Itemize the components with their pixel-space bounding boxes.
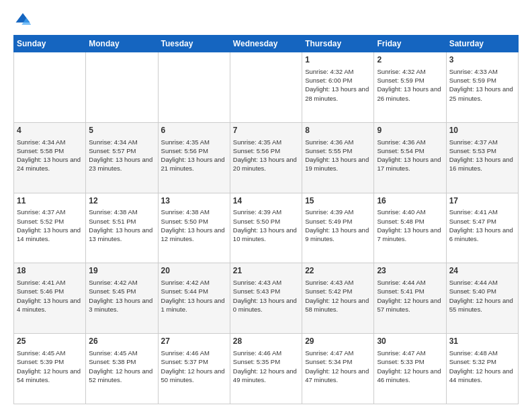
day-number: 29 xyxy=(305,336,371,347)
sunset: Sunset: 5:48 PM xyxy=(377,218,424,225)
daylight: Daylight: 13 hours and 14 minutes. xyxy=(17,226,81,242)
calendar-cell: 31Sunrise: 4:48 AMSunset: 5:32 PMDayligh… xyxy=(446,334,518,404)
calendar-cell: 25Sunrise: 4:45 AMSunset: 5:39 PMDayligh… xyxy=(14,334,86,404)
daylight: Daylight: 13 hours and 16 minutes. xyxy=(449,156,513,172)
sunset: Sunset: 5:44 PM xyxy=(161,287,208,295)
daylight: Daylight: 12 hours and 44 minutes. xyxy=(449,367,513,383)
day-number: 15 xyxy=(305,195,371,207)
day-number: 27 xyxy=(161,336,227,347)
col-saturday: Saturday xyxy=(446,36,518,52)
daylight: Daylight: 12 hours and 47 minutes. xyxy=(305,367,369,383)
sunset: Sunset: 5:34 PM xyxy=(305,358,352,365)
daylight: Daylight: 12 hours and 46 minutes. xyxy=(377,367,441,383)
calendar-cell: 17Sunrise: 4:41 AMSunset: 5:47 PMDayligh… xyxy=(446,193,518,263)
calendar-cell: 18Sunrise: 4:41 AMSunset: 5:46 PMDayligh… xyxy=(14,263,86,334)
week-row-4: 25Sunrise: 4:45 AMSunset: 5:39 PMDayligh… xyxy=(14,334,519,404)
calendar-cell xyxy=(158,52,230,123)
daylight: Daylight: 13 hours and 28 minutes. xyxy=(305,85,369,101)
sunrise: Sunrise: 4:37 AM xyxy=(449,138,498,146)
calendar-cell xyxy=(86,52,158,123)
calendar-cell: 1Sunrise: 4:32 AMSunset: 6:00 PMDaylight… xyxy=(302,52,374,123)
sunset: Sunset: 5:37 PM xyxy=(161,358,208,365)
calendar-cell: 7Sunrise: 4:35 AMSunset: 5:56 PMDaylight… xyxy=(230,122,302,193)
daylight: Daylight: 13 hours and 12 minutes. xyxy=(161,226,225,242)
sunrise: Sunrise: 4:48 AM xyxy=(449,349,498,357)
sunrise: Sunrise: 4:37 AM xyxy=(17,208,65,216)
calendar-cell: 2Sunrise: 4:32 AMSunset: 5:59 PMDaylight… xyxy=(374,52,446,123)
sunrise: Sunrise: 4:38 AM xyxy=(161,208,210,216)
sunrise: Sunrise: 4:40 AM xyxy=(377,208,425,216)
day-number: 24 xyxy=(449,265,515,277)
daylight: Daylight: 13 hours and 24 minutes. xyxy=(17,156,81,172)
sunset: Sunset: 5:54 PM xyxy=(377,147,424,154)
sunrise: Sunrise: 4:45 AM xyxy=(17,349,65,357)
day-number: 1 xyxy=(305,54,371,66)
sunset: Sunset: 5:59 PM xyxy=(377,77,424,84)
week-row-2: 11Sunrise: 4:37 AMSunset: 5:52 PMDayligh… xyxy=(14,193,519,263)
day-number: 16 xyxy=(377,195,443,207)
daylight: Daylight: 13 hours and 19 minutes. xyxy=(305,156,369,172)
sunset: Sunset: 5:56 PM xyxy=(233,147,280,154)
daylight: Daylight: 12 hours and 50 minutes. xyxy=(161,367,225,383)
calendar-cell: 30Sunrise: 4:47 AMSunset: 5:33 PMDayligh… xyxy=(374,334,446,404)
calendar-cell: 24Sunrise: 4:44 AMSunset: 5:40 PMDayligh… xyxy=(446,263,518,334)
sunrise: Sunrise: 4:32 AM xyxy=(305,68,353,75)
sunset: Sunset: 6:00 PM xyxy=(305,77,352,84)
sunrise: Sunrise: 4:41 AM xyxy=(449,208,498,216)
week-row-3: 18Sunrise: 4:41 AMSunset: 5:46 PMDayligh… xyxy=(14,263,519,334)
day-number: 12 xyxy=(89,195,154,207)
daylight: Daylight: 12 hours and 49 minutes. xyxy=(233,367,297,383)
day-number: 31 xyxy=(449,336,515,347)
sunrise: Sunrise: 4:34 AM xyxy=(17,138,65,146)
sunrise: Sunrise: 4:46 AM xyxy=(233,349,281,357)
sunset: Sunset: 5:49 PM xyxy=(305,218,352,225)
daylight: Daylight: 13 hours and 10 minutes. xyxy=(233,226,297,242)
sunrise: Sunrise: 4:42 AM xyxy=(89,279,137,286)
sunset: Sunset: 5:53 PM xyxy=(449,147,496,154)
sunrise: Sunrise: 4:36 AM xyxy=(377,138,425,146)
daylight: Daylight: 13 hours and 6 minutes. xyxy=(449,226,513,242)
sunrise: Sunrise: 4:36 AM xyxy=(305,138,353,146)
calendar-cell: 29Sunrise: 4:47 AMSunset: 5:34 PMDayligh… xyxy=(302,334,374,404)
sunset: Sunset: 5:38 PM xyxy=(89,358,136,365)
calendar-cell: 26Sunrise: 4:45 AMSunset: 5:38 PMDayligh… xyxy=(86,334,158,404)
sunrise: Sunrise: 4:46 AM xyxy=(161,349,210,357)
calendar-cell: 13Sunrise: 4:38 AMSunset: 5:50 PMDayligh… xyxy=(158,193,230,263)
day-number: 10 xyxy=(449,125,515,136)
calendar-cell: 3Sunrise: 4:33 AMSunset: 5:59 PMDaylight… xyxy=(446,52,518,123)
col-monday: Monday xyxy=(86,36,158,52)
sunrise: Sunrise: 4:47 AM xyxy=(305,349,353,357)
sunset: Sunset: 5:50 PM xyxy=(161,218,208,225)
sunrise: Sunrise: 4:44 AM xyxy=(449,279,498,286)
sunrise: Sunrise: 4:41 AM xyxy=(17,279,65,286)
sunrise: Sunrise: 4:44 AM xyxy=(377,279,425,286)
sunrise: Sunrise: 4:39 AM xyxy=(305,208,353,216)
daylight: Daylight: 13 hours and 25 minutes. xyxy=(449,85,513,101)
day-number: 22 xyxy=(305,265,371,277)
day-number: 19 xyxy=(89,265,154,277)
calendar-cell: 28Sunrise: 4:46 AMSunset: 5:35 PMDayligh… xyxy=(230,334,302,404)
sunrise: Sunrise: 4:38 AM xyxy=(89,208,137,216)
daylight: Daylight: 12 hours and 52 minutes. xyxy=(89,367,152,383)
day-number: 17 xyxy=(449,195,515,207)
day-number: 7 xyxy=(233,125,299,136)
day-number: 30 xyxy=(377,336,443,347)
calendar-cell: 19Sunrise: 4:42 AMSunset: 5:45 PMDayligh… xyxy=(86,263,158,334)
sunset: Sunset: 5:33 PM xyxy=(377,358,424,365)
day-number: 3 xyxy=(449,54,515,66)
daylight: Daylight: 13 hours and 0 minutes. xyxy=(233,297,297,313)
sunset: Sunset: 5:41 PM xyxy=(377,287,424,295)
sunset: Sunset: 5:55 PM xyxy=(305,147,352,154)
sunset: Sunset: 5:50 PM xyxy=(233,218,280,225)
calendar-cell: 8Sunrise: 4:36 AMSunset: 5:55 PMDaylight… xyxy=(302,122,374,193)
sunset: Sunset: 5:52 PM xyxy=(17,218,64,225)
daylight: Daylight: 12 hours and 58 minutes. xyxy=(305,297,369,313)
day-number: 18 xyxy=(17,265,83,277)
calendar-cell: 6Sunrise: 4:35 AMSunset: 5:56 PMDaylight… xyxy=(158,122,230,193)
sunset: Sunset: 5:51 PM xyxy=(89,218,136,225)
daylight: Daylight: 13 hours and 23 minutes. xyxy=(89,156,152,172)
day-number: 14 xyxy=(233,195,299,207)
calendar-cell: 11Sunrise: 4:37 AMSunset: 5:52 PMDayligh… xyxy=(14,193,86,263)
daylight: Daylight: 12 hours and 54 minutes. xyxy=(17,367,81,383)
day-number: 25 xyxy=(17,336,83,347)
